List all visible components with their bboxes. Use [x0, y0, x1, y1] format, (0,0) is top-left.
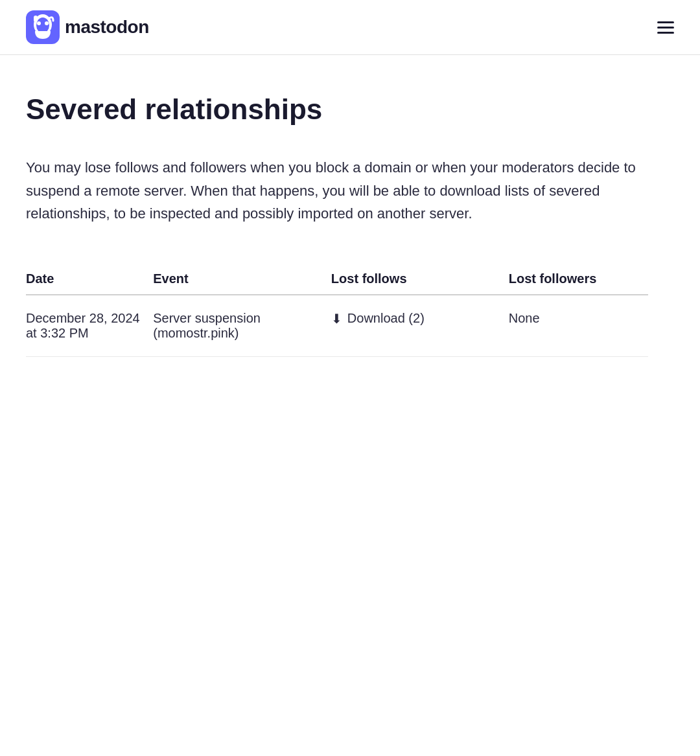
download-icon: ⬇: [331, 311, 342, 326]
table-row: December 28, 2024 at 3:32 PM Server susp…: [26, 295, 648, 357]
column-header-lost-follows: Lost follows: [331, 264, 509, 295]
column-header-date: Date: [26, 264, 153, 295]
logo-area[interactable]: mastodon: [26, 10, 149, 44]
cell-event: Server suspension (momostr.pink): [153, 295, 331, 357]
hamburger-line-1: [657, 21, 674, 23]
svg-point-2: [36, 17, 49, 33]
table-header-row: Date Event Lost follows Lost followers: [26, 264, 648, 295]
page-description: You may lose follows and followers when …: [26, 156, 648, 225]
page-title: Severed relationships: [26, 94, 648, 125]
svg-rect-5: [34, 16, 38, 22]
hamburger-menu-icon[interactable]: [657, 21, 674, 34]
relationships-table: Date Event Lost follows Lost followers D…: [26, 264, 648, 357]
download-link-label: Download (2): [347, 311, 425, 326]
cell-lost-follows[interactable]: ⬇ Download (2): [331, 295, 509, 357]
hamburger-line-2: [657, 27, 674, 29]
column-header-lost-followers: Lost followers: [509, 264, 648, 295]
navbar: mastodon: [0, 0, 700, 55]
mastodon-logo-icon: [26, 10, 60, 44]
cell-lost-followers: None: [509, 295, 648, 357]
column-header-event: Event: [153, 264, 331, 295]
main-content: Severed relationships You may lose follo…: [0, 55, 674, 396]
svg-point-3: [37, 21, 41, 25]
cell-date: December 28, 2024 at 3:32 PM: [26, 295, 153, 357]
logo-text: mastodon: [65, 17, 149, 38]
hamburger-line-3: [657, 32, 674, 34]
svg-point-4: [45, 21, 49, 25]
download-link[interactable]: ⬇ Download (2): [331, 311, 425, 326]
